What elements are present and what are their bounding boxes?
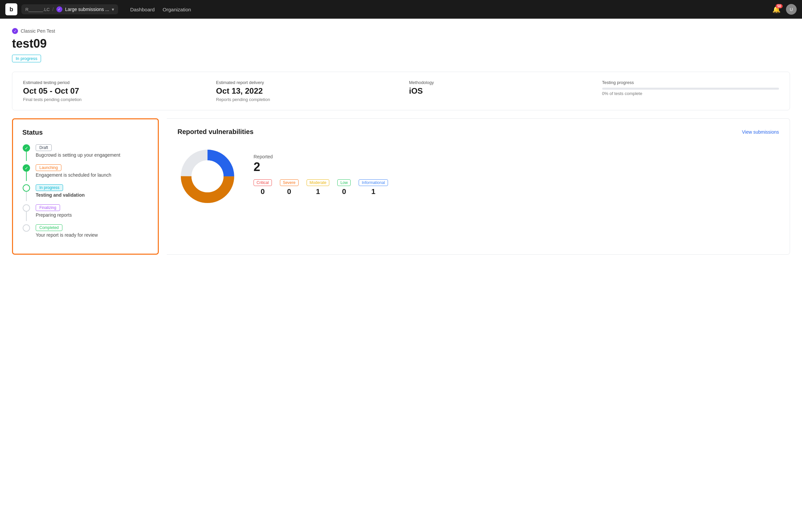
svg-point-3 — [192, 160, 223, 192]
sev-count-informational: 1 — [359, 187, 388, 196]
stage-desc-completed: Your report is ready for review — [36, 232, 98, 238]
notification-badge: 50 — [776, 4, 783, 8]
vuln-body: Reported 2 Critical 0 Severe 0 — [178, 146, 779, 206]
vuln-title: Reported vulnerabilities — [178, 128, 254, 136]
nav-organization[interactable]: Organization — [163, 7, 191, 12]
methodology-label: Methodology — [409, 80, 586, 85]
testing-period-card: Estimated testing period Oct 05 - Oct 07… — [23, 80, 200, 102]
active-item-check-icon: ✓ — [56, 6, 62, 12]
page-type-label: ✓ Classic Pen Test — [12, 28, 790, 34]
stage-badge-inprogress: In progress — [36, 184, 63, 191]
reported-count: 2 — [254, 160, 388, 174]
report-delivery-sub: Reports pending completion — [216, 97, 393, 102]
severity-critical: Critical 0 — [254, 179, 272, 196]
timeline-item-completed: Completed Your report is ready for revie… — [22, 224, 148, 244]
stage-desc-inprogress: Testing and validation — [36, 192, 85, 198]
severity-low: Low 0 — [337, 179, 351, 196]
type-check-icon: ✓ — [12, 28, 18, 34]
type-label-text: Classic Pen Test — [21, 28, 55, 34]
sev-badge-severe: Severe — [280, 179, 298, 186]
sev-count-moderate: 1 — [307, 187, 330, 196]
timeline-line-draft — [26, 152, 27, 161]
timeline-dot-finalizing — [23, 204, 30, 212]
avatar[interactable]: U — [786, 4, 797, 15]
notifications-button[interactable]: 🔔 50 — [772, 5, 781, 13]
reported-label: Reported — [254, 154, 388, 159]
stage-desc-draft: Bugcrowd is setting up your engagement — [36, 152, 121, 158]
sev-count-severe: 0 — [280, 187, 298, 196]
sev-badge-moderate: Moderate — [307, 179, 330, 186]
sev-count-critical: 0 — [254, 187, 272, 196]
stage-desc-finalizing: Preparing reports — [36, 212, 72, 218]
vulnerabilities-panel: Reported vulnerabilities View submission… — [167, 118, 790, 255]
testing-progress-label: Testing progress — [602, 80, 779, 85]
timeline-line-finalizing — [26, 212, 27, 221]
page-content: ✓ Classic Pen Test test09 In progress Es… — [0, 19, 802, 532]
page-status-badge: In progress — [12, 55, 41, 62]
progress-bar-container — [602, 88, 779, 90]
stage-desc-launching: Engagement is scheduled for launch — [36, 172, 111, 178]
nav-links: Dashboard Organization — [130, 7, 191, 12]
testing-period-label: Estimated testing period — [23, 80, 200, 85]
top-navigation: b R______.LC / ✓ Large submissions ... ▾… — [0, 0, 802, 19]
nav-dashboard[interactable]: Dashboard — [130, 7, 154, 12]
timeline-dot-draft: ✓ — [23, 144, 30, 152]
breadcrumb-separator: / — [52, 7, 54, 12]
report-delivery-label: Estimated report delivery — [216, 80, 393, 85]
vuln-stats: Reported 2 Critical 0 Severe 0 — [254, 154, 388, 199]
stage-badge-finalizing: Finalizing — [36, 204, 60, 211]
info-cards: Estimated testing period Oct 05 - Oct 07… — [12, 72, 790, 110]
timeline-item-finalizing: Finalizing Preparing reports — [22, 204, 148, 224]
stage-badge-launching: Launching — [36, 164, 61, 171]
donut-chart — [178, 146, 238, 206]
timeline-item-inprogress: In progress Testing and validation — [22, 184, 148, 204]
severity-severe: Severe 0 — [280, 179, 298, 196]
timeline-item-launching: ✓ Launching Engagement is scheduled for … — [22, 164, 148, 184]
breadcrumb-dropdown-button[interactable]: ▾ — [112, 7, 114, 12]
vuln-header: Reported vulnerabilities View submission… — [178, 128, 779, 136]
severity-moderate: Moderate 1 — [307, 179, 330, 196]
stage-badge-completed: Completed — [36, 224, 62, 231]
methodology-value: iOS — [409, 86, 586, 96]
timeline-dot-inprogress — [23, 184, 30, 192]
timeline-dot-completed — [23, 224, 30, 232]
testing-period-sub: Final tests pending completion — [23, 97, 200, 102]
sev-count-low: 0 — [337, 187, 351, 196]
timeline-dot-launching: ✓ — [23, 164, 30, 172]
breadcrumb-active: Large submissions ... — [65, 7, 109, 12]
report-delivery-card: Estimated report delivery Oct 13, 2022 R… — [216, 80, 393, 102]
bottom-panels: Status ✓ Draft Bugcrowd is setting up yo… — [12, 118, 790, 255]
testing-progress-card: Testing progress 0% of tests complete — [602, 80, 779, 102]
testing-progress-value: 0% of tests complete — [602, 91, 779, 96]
timeline-line-launching — [26, 172, 27, 181]
status-panel-title: Status — [22, 129, 148, 136]
timeline-item-draft: ✓ Draft Bugcrowd is setting up your enga… — [22, 144, 148, 164]
status-panel: Status ✓ Draft Bugcrowd is setting up yo… — [12, 118, 159, 255]
page-title: test09 — [12, 37, 790, 51]
nav-right: 🔔 50 U — [772, 4, 797, 15]
methodology-card: Methodology iOS — [409, 80, 586, 102]
severity-row: Critical 0 Severe 0 Moderate 1 — [254, 179, 388, 196]
view-submissions-link[interactable]: View submissions — [742, 129, 779, 135]
testing-period-value: Oct 05 - Oct 07 — [23, 86, 200, 96]
sev-badge-low: Low — [337, 179, 351, 186]
donut-chart-svg — [178, 146, 238, 206]
breadcrumb: R______.LC / ✓ Large submissions ... ▾ — [21, 4, 118, 14]
logo[interactable]: b — [5, 3, 17, 15]
sev-badge-informational: Informational — [359, 179, 388, 186]
timeline: ✓ Draft Bugcrowd is setting up your enga… — [22, 144, 148, 244]
sev-badge-critical: Critical — [254, 179, 272, 186]
timeline-line-inprogress — [26, 192, 27, 201]
stage-badge-draft: Draft — [36, 144, 52, 151]
report-delivery-value: Oct 13, 2022 — [216, 86, 393, 96]
severity-informational: Informational 1 — [359, 179, 388, 196]
breadcrumb-prefix: R______.LC — [25, 7, 50, 12]
